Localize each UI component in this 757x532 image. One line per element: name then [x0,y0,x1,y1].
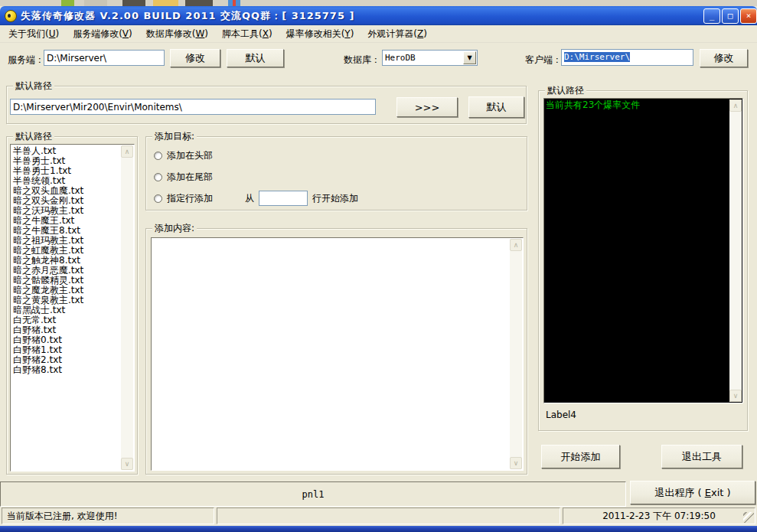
scroll-down-icon[interactable]: ∨ [729,390,742,402]
menu-item[interactable]: 服务端修改(V) [66,25,139,42]
background-icon-fragment [153,0,178,6]
database-combobox[interactable]: HeroDB ▼ [382,50,478,66]
console-scrollbar[interactable]: ∧ ∨ [729,100,742,402]
scroll-up-icon[interactable]: ∧ [729,100,742,112]
menu-bar: 关于我们(U)服务端修改(V)数据库修改(W)脚本工具(X)爆率修改相关(Y)外… [0,25,757,43]
scroll-down-icon[interactable]: ∨ [510,457,522,469]
background-icon-fragment [84,0,107,6]
console-group-title: 默认路径 [545,85,586,96]
exit-program-button[interactable]: 退出程序 ( Exit ) [630,481,755,504]
content-scrollbar[interactable]: ∧ ∨ [510,239,522,469]
add-content-text[interactable] [153,240,509,468]
file-list-items: 半兽人.txt半兽勇士.txt半兽勇士1.txt半兽统领.txt暗之双头血魔.t… [11,146,120,469]
radio-add-tail[interactable]: 添加在尾部 [154,171,213,184]
console-group: 默认路径 当前共有23个爆率文件 ∧ ∨ Label4 [538,90,748,431]
file-list-group: 默认路径 半兽人.txt半兽勇士.txt半兽勇士1.txt半兽统领.txt暗之双… [6,136,138,475]
resize-grip-icon[interactable] [743,512,754,523]
client-path-label: 客户端： [525,54,562,67]
app-icon [5,10,17,22]
default-path-group-title: 默认路径 [13,80,54,92]
default-path-group: 默认路径 >>> 默认 [6,86,527,124]
radio-add-head-label: 添加在头部 [167,149,213,162]
minimize-button[interactable]: _ [703,8,720,24]
file-list-item[interactable]: 白野猪8.txt [11,365,120,375]
radio-add-tail-label: 添加在尾部 [167,171,213,184]
line-suffix-label: 行开始添加 [312,192,358,205]
title-bar[interactable]: 失落传奇修改器 V.2.00 BUILD 2011 交流QQ群：[ 312577… [0,6,757,25]
background-icon-fragment [61,0,74,6]
menu-item[interactable]: 爆率修改相关(Y) [279,25,361,42]
database-label: 数据库： [344,54,380,67]
client-modify-button[interactable]: 修改 [700,49,748,67]
maximize-button[interactable]: □ [722,8,739,24]
path-default-button[interactable]: 默认 [468,96,524,118]
status-registered-text: 当前版本已注册, 欢迎使用! [7,510,117,523]
radio-add-line[interactable]: 指定行添加 从 行开始添加 [154,191,358,206]
taskbar-strip [0,526,757,532]
combo-dropdown-button[interactable]: ▼ [463,51,476,64]
browse-button[interactable]: >>> [396,97,458,117]
scroll-up-icon[interactable]: ∧ [510,239,522,251]
radio-add-head[interactable]: 添加在头部 [154,149,213,162]
file-list-group-title: 默认路径 [13,131,54,142]
radio-icon[interactable] [154,194,162,203]
background-icon-fragment [228,0,240,6]
application-window: 失落传奇修改器 V.2.00 BUILD 2011 交流QQ群：[ 312577… [0,0,757,532]
from-label: 从 [245,192,254,205]
add-content-group: 添加内容: ∧ ∨ [145,228,527,475]
client-path-input[interactable]: D:\Mirserver\ [561,49,693,66]
background-text-fragment [122,0,145,6]
server-path-input[interactable] [44,50,165,66]
add-content-textarea[interactable]: ∧ ∨ [151,237,524,471]
menu-item[interactable]: 外观计算器(Z) [361,25,434,42]
start-add-button[interactable]: 开始添加 [541,445,620,468]
add-target-group: 添加目标: 添加在头部 添加在尾部 指定行添加 从 行开始添加 [145,136,527,211]
file-list-scrollbar[interactable]: ∧ ∨ [121,145,133,470]
window-title: 失落传奇修改器 V.2.00 BUILD 2011 交流QQ群：[ 312577… [21,9,354,23]
radio-icon[interactable] [154,152,162,160]
window-controls: _ □ × [703,8,757,24]
status-label4: Label4 [546,410,576,420]
menu-item[interactable]: 脚本工具(X) [215,25,279,42]
menu-item[interactable]: 数据库修改(W) [139,25,215,42]
server-default-button[interactable]: 默认 [227,49,284,67]
close-button[interactable]: × [740,8,757,24]
file-listbox[interactable]: 半兽人.txt半兽勇士.txt半兽勇士1.txt半兽统领.txt暗之双头血魔.t… [10,144,135,472]
monitems-path-input[interactable] [10,99,376,115]
background-window-strip [0,0,757,6]
status-datetime: 2011-2-23 下午 07:19:50 [602,510,716,523]
radio-icon[interactable] [154,173,162,181]
exit-tool-button[interactable]: 退出工具 [661,445,742,468]
line-number-input[interactable] [259,191,308,206]
status-right-section: 2011-2-23 下午 07:19:50 [563,508,755,524]
background-text-fragment [185,0,213,6]
radio-add-line-label: 指定行添加 [167,192,213,205]
chevron-down-icon: ▼ [467,51,471,64]
status-middle-section [217,508,560,524]
scroll-up-icon[interactable]: ∧ [121,145,133,158]
console-text: 当前共有23个爆率文件 [546,100,729,110]
server-modify-button[interactable]: 修改 [170,49,220,67]
menu-item[interactable]: 关于我们(U) [2,25,66,42]
scroll-down-icon[interactable]: ∨ [121,458,133,470]
client-path-selected-text: D:\Mirserver\ [564,52,630,62]
status-bar: 当前版本已注册, 欢迎使用! 2011-2-23 下午 07:19:50 [0,508,757,526]
server-path-label: 服务端： [8,54,44,67]
add-target-group-title: 添加目标: [152,131,197,142]
database-selected-value: HeroDB [385,53,416,63]
exit-program-label: 退出程序 ( Exit ) [654,486,730,500]
add-content-group-title: 添加内容: [152,223,197,234]
bottom-panel: pnl1 [0,481,626,507]
console-listbox[interactable]: 当前共有23个爆率文件 ∧ ∨ [543,98,743,403]
status-left-section: 当前版本已注册, 欢迎使用! [2,508,214,524]
bottom-panel-label: pnl1 [302,489,325,500]
